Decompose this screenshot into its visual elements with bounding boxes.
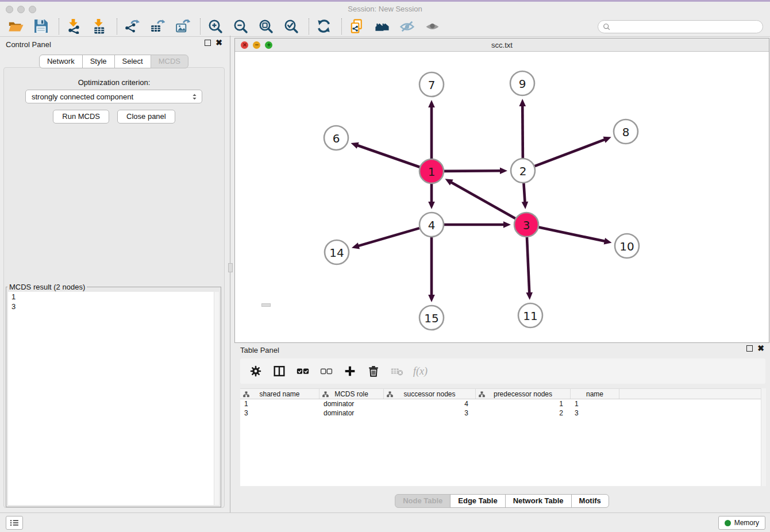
graph-node-7[interactable]: 7 [419, 72, 444, 97]
graph-node-1[interactable]: 1 [419, 159, 444, 183]
graph-node-3[interactable]: 3 [514, 213, 538, 237]
tab-edge-table[interactable]: Edge Table [450, 494, 505, 508]
network-canvas[interactable]: 7968124314101511 [235, 52, 769, 342]
home-view-button[interactable] [373, 18, 390, 35]
vertical-splitter[interactable] [228, 36, 234, 512]
splitter-grip[interactable] [228, 263, 233, 272]
edge-3-10[interactable] [539, 228, 612, 245]
close-panel-icon[interactable]: ✖ [215, 40, 222, 46]
table-cell[interactable]: 1 [476, 399, 571, 408]
float-panel-icon[interactable] [205, 40, 211, 46]
tab-network-table[interactable]: Network Table [505, 494, 572, 508]
zoom-in-button[interactable] [206, 18, 224, 35]
search-box[interactable] [598, 20, 763, 33]
edge-1-4[interactable] [428, 184, 435, 209]
delete-column-button[interactable] [366, 364, 381, 379]
zoom-out-button[interactable] [232, 18, 249, 35]
save-session-button[interactable] [32, 18, 49, 35]
table-scrollbar[interactable] [761, 388, 766, 486]
graph-node-6[interactable]: 6 [324, 126, 348, 150]
export-table-icon [149, 18, 165, 34]
edge-3-11[interactable] [526, 237, 533, 300]
mcds-result-box[interactable]: 13 [8, 292, 219, 505]
close-panel-button[interactable]: Close panel [117, 110, 175, 124]
table-cell[interactable]: 2 [476, 408, 571, 418]
clone-network-button[interactable] [348, 18, 365, 35]
edge-1-7[interactable] [428, 100, 435, 159]
network-window-titlebar[interactable]: scc.txt [235, 38, 769, 52]
task-history-button[interactable] [6, 516, 23, 530]
criterion-select[interactable]: strongly connected component [25, 90, 202, 103]
deselect-all-button[interactable] [319, 364, 334, 379]
edge-4-14[interactable] [352, 228, 419, 249]
graph-node-14[interactable]: 14 [325, 240, 349, 264]
float-table-panel-icon[interactable] [746, 345, 753, 352]
graph-node-9[interactable]: 9 [510, 71, 534, 95]
close-table-panel-icon[interactable]: ✖ [757, 345, 764, 352]
edge-2-3[interactable] [522, 183, 529, 209]
tab-node-table[interactable]: Node Table [395, 494, 451, 508]
edge-1-2[interactable] [444, 167, 507, 174]
column-header-shared-name[interactable]: shared name [240, 389, 319, 399]
search-input[interactable] [614, 23, 758, 31]
column-header-name[interactable]: name [571, 389, 619, 399]
tab-style[interactable]: Style [82, 55, 115, 68]
edge-4-3[interactable] [444, 221, 511, 228]
result-scrollbar[interactable] [214, 292, 219, 505]
add-column-button[interactable] [342, 364, 357, 379]
tab-select[interactable]: Select [114, 55, 151, 68]
export-image-button[interactable] [174, 18, 191, 35]
table-cell[interactable]: dominator [319, 408, 384, 418]
zoom-in-icon [207, 18, 223, 34]
export-table-button[interactable] [148, 18, 165, 35]
graph-node-15[interactable]: 15 [419, 306, 444, 330]
graph-node-10[interactable]: 10 [615, 234, 639, 258]
show-preview-button[interactable] [424, 18, 441, 35]
svg-text:7: 7 [428, 78, 436, 92]
toolbar-separator [59, 18, 59, 34]
table-cell[interactable]: 1 [240, 399, 319, 408]
column-visibility-button[interactable] [272, 364, 287, 379]
delete-table-button[interactable] [390, 364, 405, 379]
edge-2-8[interactable] [535, 137, 611, 166]
network-resize-handle[interactable] [261, 303, 271, 307]
table-row[interactable]: 3dominator323 [240, 408, 765, 418]
column-header-label: MCDS role [334, 390, 368, 398]
tab-mcds[interactable]: MCDS [151, 55, 188, 68]
zoom-fit-button[interactable] [257, 18, 274, 35]
import-network-button[interactable] [65, 18, 82, 35]
optimization-label: Optimization criterion: [0, 78, 228, 87]
function-builder-button[interactable]: f(x) [413, 365, 428, 377]
table-cell[interactable]: 3 [571, 408, 619, 418]
graph-node-8[interactable]: 8 [614, 119, 638, 144]
table-cell[interactable]: 3 [384, 408, 476, 418]
select-all-button[interactable] [295, 364, 310, 379]
edge-2-9[interactable] [519, 99, 526, 158]
hide-items-button[interactable] [398, 18, 415, 35]
toolbar-separator [117, 18, 117, 34]
graph-node-2[interactable]: 2 [511, 159, 535, 183]
column-header-successor-nodes[interactable]: successor nodes [384, 389, 476, 399]
edge-1-6[interactable] [351, 142, 419, 167]
zoom-selected-button[interactable] [282, 18, 299, 35]
table-row[interactable]: 1dominator411 [240, 399, 765, 408]
edge-4-15[interactable] [428, 237, 435, 302]
tab-network[interactable]: Network [39, 55, 83, 68]
table-cell[interactable]: 4 [384, 399, 476, 408]
graph-node-11[interactable]: 11 [518, 303, 542, 327]
table-settings-button[interactable] [248, 364, 263, 379]
open-session-button[interactable] [7, 18, 24, 35]
table-cell[interactable]: dominator [319, 399, 384, 408]
tab-motifs[interactable]: Motifs [571, 494, 609, 508]
column-header-MCDS-role[interactable]: MCDS role [319, 389, 384, 399]
table-cell[interactable]: 1 [571, 399, 619, 408]
column-header-predecessor-nodes[interactable]: predecessor nodes [476, 389, 571, 399]
run-mcds-button[interactable]: Run MCDS [53, 110, 109, 124]
refresh-layout-button[interactable] [315, 18, 332, 35]
table-cell[interactable]: 3 [240, 408, 319, 418]
import-table-button[interactable] [90, 18, 107, 35]
export-network-button[interactable] [123, 18, 140, 35]
memory-button[interactable]: Memory [718, 516, 765, 530]
edge-3-1[interactable] [445, 179, 515, 218]
graph-node-4[interactable]: 4 [419, 213, 444, 237]
